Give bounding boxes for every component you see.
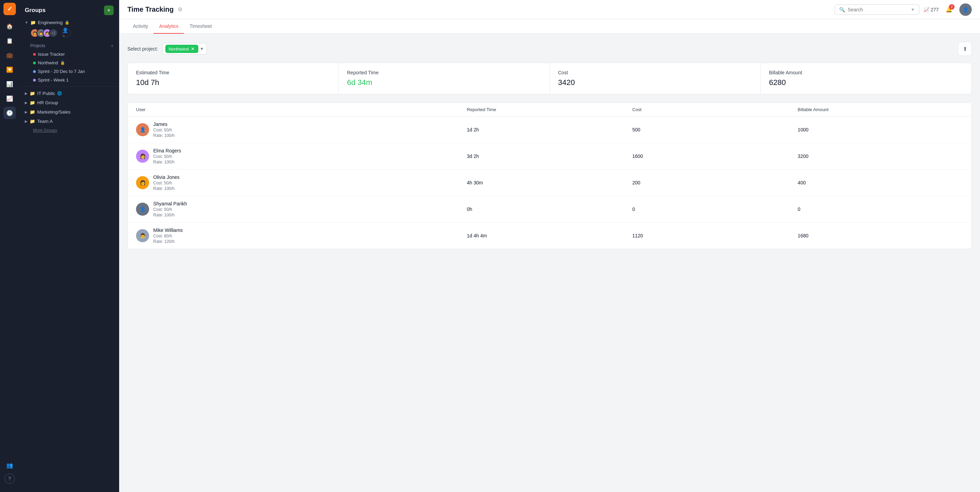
user-avatar[interactable]: 👤 <box>959 3 972 16</box>
add-member-button[interactable]: 👤+ <box>62 29 71 38</box>
search-box[interactable]: 🔍 ▼ <box>835 5 920 15</box>
tab-activity[interactable]: Activity <box>127 19 154 34</box>
reported-time-shyamal: 0h <box>467 206 632 212</box>
reported-time-label: Reported Time <box>347 70 541 75</box>
sidebar-add-button[interactable]: + <box>104 5 114 15</box>
summary-card-reported: Reported Time 6d 34m <box>339 63 550 94</box>
group-name-engineering: Engineering <box>38 20 63 25</box>
group-name-it-public: IT Public <box>37 91 55 96</box>
cost-shyamal: 0 <box>632 206 797 212</box>
user-rate-mike: Rate: 120/h <box>153 239 183 244</box>
user-cost-olivia: Cost: 50/h <box>153 181 180 186</box>
avatar-elma: 👩 <box>136 150 149 163</box>
folder-icon-3: 📁 <box>30 100 35 105</box>
reported-time-value: 6d 34m <box>347 78 541 87</box>
globe-icon: 🌐 <box>57 91 62 96</box>
avatar-stack: 👩 👨 👩 +2 <box>30 29 55 38</box>
reported-time-olivia: 4h 30m <box>467 180 632 186</box>
billable-james: 1000 <box>798 127 963 132</box>
summary-card-estimated: Estimated Time 10d 7h <box>128 63 339 94</box>
user-cell-shyamal: 👤 Shyamal Parikh Cost: 50/h Rate: 100/h <box>136 201 467 217</box>
cost-label: Cost <box>558 70 752 75</box>
sidebar: Groups + ▼ 📁 Engineering 🔒 👩 👨 👩 +2 👤+ P… <box>19 0 119 492</box>
project-tag-remove-button[interactable]: ✕ <box>191 46 195 52</box>
sidebar-item-hr-group[interactable]: ▶ 📁 HR Group <box>19 98 119 107</box>
search-input[interactable] <box>848 7 908 13</box>
sidebar-item-engineering[interactable]: ▼ 📁 Engineering 🔒 <box>19 18 119 27</box>
sidebar-item-team-a[interactable]: ▶ 📁 Team A <box>19 117 119 126</box>
search-icon: 🔍 <box>839 7 845 13</box>
export-button[interactable]: ⬆ <box>958 42 972 56</box>
user-cost-shyamal: Cost: 50/h <box>153 207 187 212</box>
search-dropdown-icon[interactable]: ▼ <box>911 7 915 12</box>
engineering-members: 👩 👨 👩 +2 👤+ <box>19 27 119 40</box>
home-icon-btn[interactable]: 🏠 <box>3 20 16 32</box>
user-rate-james: Rate: 100/h <box>153 133 175 138</box>
tab-analytics[interactable]: Analytics <box>154 19 184 34</box>
projects-add-icon[interactable]: + <box>111 43 114 49</box>
trend-count: 277 <box>931 7 939 13</box>
user-rate-elma: Rate: 100/h <box>153 160 181 165</box>
user-cell-james: 👤 James Cost: 50/h Rate: 100/h <box>136 121 467 138</box>
billable-mike: 1680 <box>798 233 963 238</box>
notifications-button[interactable]: 🔔 2 <box>943 3 955 16</box>
col-cost: Cost <box>632 107 797 112</box>
reported-time-elma: 3d 2h <box>467 154 632 159</box>
user-info-shyamal: Shyamal Parikh Cost: 50/h Rate: 100/h <box>153 201 187 217</box>
cost-james: 500 <box>632 127 797 132</box>
sidebar-item-sprint-dec[interactable]: Sprint - 20 Dec to 7 Jan <box>19 67 119 76</box>
summary-cards: Estimated Time 10d 7h Reported Time 6d 3… <box>127 63 972 94</box>
avatar-olivia: 👩 <box>136 176 149 189</box>
group-name-hr: HR Group <box>37 100 58 105</box>
page-title: Time Tracking <box>127 5 173 13</box>
chevron-right-icon-2: ▶ <box>25 101 27 105</box>
select-project-label: Select project: <box>127 46 158 52</box>
col-billable-amount: Billable Amount <box>798 107 963 112</box>
people-icon-btn[interactable]: 👥 <box>3 459 16 471</box>
tab-timesheet[interactable]: Timesheet <box>184 19 217 34</box>
more-groups-link[interactable]: More Groups <box>19 126 119 135</box>
dashboard-icon-btn[interactable]: 📊 <box>3 78 16 90</box>
estimated-time-value: 10d 7h <box>136 78 330 87</box>
user-info-elma: Elma Rogers Cost: 50/h Rate: 100/h <box>153 148 181 165</box>
avatar-count: +2 <box>49 29 58 38</box>
dot-blue-icon <box>33 70 36 73</box>
user-name-elma: Elma Rogers <box>153 148 181 154</box>
help-icon-btn[interactable]: ? <box>5 473 15 484</box>
sidebar-item-issue-tracker[interactable]: Issue Tracker <box>19 50 119 59</box>
user-cell-mike: 👨 Mike Williams Cost: 80/h Rate: 120/h <box>136 227 467 244</box>
topbar-right: 🔍 ▼ 📈 277 🔔 2 👤 <box>835 3 972 16</box>
project-select-wrapper[interactable]: Northwind ✕ ▼ <box>162 43 207 55</box>
sidebar-item-marketing[interactable]: ▶ 📁 Marketing/Sales <box>19 107 119 117</box>
project-select-dropdown-icon[interactable]: ▼ <box>200 46 204 51</box>
briefcase-icon-btn[interactable]: 💼 <box>3 49 16 61</box>
sidebar-item-it-public[interactable]: ▶ 📁 IT Public 🌐 <box>19 89 119 98</box>
group-name-team-a: Team A <box>37 119 52 124</box>
app-logo[interactable]: ✓ <box>3 3 16 15</box>
dot-purple-icon <box>33 79 36 81</box>
avatar-shyamal: 👤 <box>136 203 149 216</box>
cost-elma: 1600 <box>632 154 797 159</box>
topbar-left: Time Tracking ⚙ <box>127 5 183 13</box>
lock-icon: 🔒 <box>65 20 70 25</box>
chart-icon-btn[interactable]: 📈 <box>3 92 16 105</box>
sidebar-item-northwind[interactable]: Northwind 🔒 <box>19 59 119 67</box>
user-name-olivia: Olivia Jones <box>153 175 180 180</box>
main-content: Time Tracking ⚙ 🔍 ▼ 📈 277 🔔 2 👤 Activity… <box>119 0 980 492</box>
clock-icon-btn[interactable]: 🕐 <box>3 107 16 119</box>
user-cell-elma: 👩 Elma Rogers Cost: 50/h Rate: 100/h <box>136 148 467 165</box>
filter-icon-btn[interactable]: 🔽 <box>3 63 16 76</box>
project-name-sprint-dec: Sprint - 20 Dec to 7 Jan <box>38 69 85 74</box>
list-icon-btn[interactable]: 📋 <box>3 34 16 47</box>
cost-mike: 1120 <box>632 233 797 238</box>
chevron-right-icon-3: ▶ <box>25 110 27 114</box>
settings-icon[interactable]: ⚙ <box>178 6 183 13</box>
trend-up-icon: 📈 <box>924 7 929 13</box>
northwind-lock-icon: 🔒 <box>60 60 65 65</box>
table-row: 👨 Mike Williams Cost: 80/h Rate: 120/h 1… <box>128 222 971 249</box>
col-reported-time: Reported Time <box>467 107 632 112</box>
sidebar-item-sprint-week1[interactable]: Sprint - Week 1 <box>19 76 119 84</box>
folder-icon-4: 📁 <box>30 110 35 114</box>
folder-icon-2: 📁 <box>30 91 35 96</box>
user-name-mike: Mike Williams <box>153 227 183 233</box>
